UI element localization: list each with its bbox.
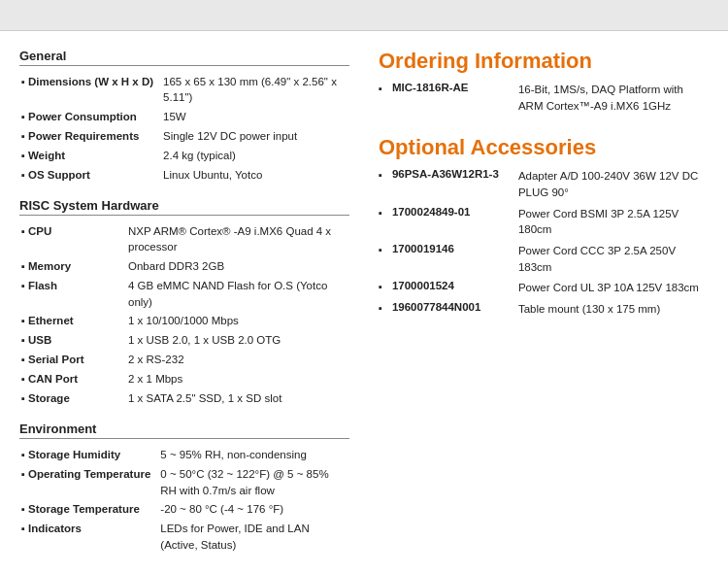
spec-label: Storage Temperature (19, 500, 158, 520)
spec-row: Flash4 GB eMMC NAND Flash for O.S (Yotco… (19, 276, 349, 311)
spec-row: OS SupportLinux Ubuntu, Yotco (19, 165, 349, 185)
accessories-list: 96PSA-A36W12R1-3Adapter A/D 100-240V 36W… (379, 168, 709, 317)
accessory-item: 1700001524Power Cord UL 3P 10A 125V 183c… (379, 280, 709, 296)
accessory-item: 1700019146Power Cord CCC 3P 2.5A 250V 18… (379, 243, 709, 275)
left-column: GeneralDimensions (W x H x D)165 x 65 x … (19, 49, 349, 555)
spec-row: Ethernet1 x 10/100/1000 Mbps (19, 312, 349, 331)
item-desc: 16-Bit, 1MS/s, DAQ Platform with ARM Cor… (518, 82, 709, 114)
spec-label: Flash (19, 276, 126, 311)
section-title-2: Environment (19, 422, 349, 439)
spec-value: 1 x SATA 2.5" SSD, 1 x SD slot (126, 388, 349, 408)
spec-label: Power Requirements (19, 126, 161, 146)
spec-value: 165 x 65 x 130 mm (6.49" x 2.56" x 5.11"… (161, 72, 349, 107)
ordering-item: MIC-1816R-AE16-Bit, 1MS/s, DAQ Platform … (379, 82, 709, 114)
accessories-title: Optional Accessories (379, 135, 709, 160)
spec-row: CPUNXP ARM® Cortex® -A9 i.MX6 Quad 4 x p… (19, 221, 349, 256)
accessory-code: 1700019146 (392, 243, 509, 254)
spec-row: Storage Humidity5 ~ 95% RH, non-condensi… (19, 445, 349, 464)
accessory-item: 1960077844N001Table mount (130 x 175 mm) (379, 301, 709, 318)
ordering-list: MIC-1816R-AE16-Bit, 1MS/s, DAQ Platform … (379, 82, 709, 114)
spec-label: Storage (19, 388, 126, 408)
spec-label: Dimensions (W x H x D) (19, 72, 161, 107)
spec-value: Single 12V DC power input (161, 126, 349, 146)
spec-row: Storage Temperature-20 ~ 80 °C (-4 ~ 176… (19, 500, 349, 520)
spec-row: Dimensions (W x H x D)165 x 65 x 130 mm … (19, 72, 349, 107)
section-title-1: RISC System Hardware (19, 198, 349, 216)
spec-row: Serial Port2 x RS-232 (19, 351, 349, 370)
spec-value: NXP ARM® Cortex® -A9 i.MX6 Quad 4 x proc… (126, 221, 349, 256)
spec-label: Memory (19, 256, 126, 276)
spec-value: 0 ~ 50°C (32 ~ 122°F) @ 5 ~ 85% RH with … (158, 464, 349, 499)
spec-row: Storage1 x SATA 2.5" SSD, 1 x SD slot (19, 388, 349, 408)
spec-table-1: CPUNXP ARM® Cortex® -A9 i.MX6 Quad 4 x p… (19, 221, 349, 408)
accessory-item: 96PSA-A36W12R1-3Adapter A/D 100-240V 36W… (379, 168, 709, 200)
spec-row: Operating Temperature0 ~ 50°C (32 ~ 122°… (19, 464, 349, 499)
spec-label: Weight (19, 146, 161, 165)
spec-label: Indicators (19, 520, 158, 555)
accessory-code: 1700024849-01 (392, 206, 509, 218)
accessory-desc: Adapter A/D 100-240V 36W 12V DC PLUG 90° (518, 168, 709, 200)
accessory-desc: Power Cord CCC 3P 2.5A 250V 183cm (518, 243, 709, 275)
item-code: MIC-1816R-AE (392, 82, 509, 93)
spec-value: 15W (161, 107, 349, 126)
spec-value: 2 x 1 Mbps (126, 370, 349, 389)
spec-value: 2.4 kg (typical) (161, 146, 349, 165)
spec-value: LEDs for Power, IDE and LAN (Active, Sta… (158, 520, 349, 555)
spec-row: Power RequirementsSingle 12V DC power in… (19, 126, 349, 146)
spec-label: Operating Temperature (19, 464, 158, 499)
accessory-desc: Table mount (130 x 175 mm) (518, 301, 709, 318)
spec-row: CAN Port2 x 1 Mbps (19, 370, 349, 389)
spec-label: Ethernet (19, 312, 126, 331)
spec-value: Onbard DDR3 2GB (126, 256, 349, 276)
spec-value: -20 ~ 80 °C (-4 ~ 176 °F) (158, 500, 349, 520)
content-area: GeneralDimensions (W x H x D)165 x 65 x … (0, 31, 728, 574)
top-bar (0, 0, 728, 31)
ordering-info-title: Ordering Information (379, 49, 709, 74)
accessory-item: 1700024849-01Power Cord BSMI 3P 2.5A 125… (379, 206, 709, 238)
spec-value: Linux Ubuntu, Yotco (161, 165, 349, 185)
spec-row: USB1 x USB 2.0, 1 x USB 2.0 OTG (19, 331, 349, 351)
spec-label: Serial Port (19, 351, 126, 370)
accessory-desc: Power Cord UL 3P 10A 125V 183cm (518, 280, 709, 296)
accessory-code: 1960077844N001 (392, 301, 509, 313)
spec-label: CPU (19, 221, 126, 256)
accessory-desc: Power Cord BSMI 3P 2.5A 125V 180cm (518, 206, 709, 238)
spec-value: 1 x USB 2.0, 1 x USB 2.0 OTG (126, 331, 349, 351)
spec-value: 4 GB eMMC NAND Flash for O.S (Yotco only… (126, 276, 349, 311)
spec-row: Power Consumption15W (19, 107, 349, 126)
spec-row: IndicatorsLEDs for Power, IDE and LAN (A… (19, 520, 349, 555)
accessory-code: 1700001524 (392, 280, 509, 291)
spec-label: Storage Humidity (19, 445, 158, 464)
spec-value: 5 ~ 95% RH, non-condensing (158, 445, 349, 464)
spec-row: Weight2.4 kg (typical) (19, 146, 349, 165)
spec-label: CAN Port (19, 370, 126, 389)
section-title-0: General (19, 49, 349, 66)
spec-row: MemoryOnbard DDR3 2GB (19, 256, 349, 276)
accessory-code: 96PSA-A36W12R1-3 (392, 168, 509, 180)
spec-label: Power Consumption (19, 107, 161, 126)
spec-table-0: Dimensions (W x H x D)165 x 65 x 130 mm … (19, 72, 349, 185)
spec-label: OS Support (19, 165, 161, 185)
right-column: Ordering InformationMIC-1816R-AE16-Bit, … (379, 49, 709, 555)
spec-value: 2 x RS-232 (126, 351, 349, 370)
spec-table-2: Storage Humidity5 ~ 95% RH, non-condensi… (19, 445, 349, 555)
spec-label: USB (19, 331, 126, 351)
spec-value: 1 x 10/100/1000 Mbps (126, 312, 349, 331)
